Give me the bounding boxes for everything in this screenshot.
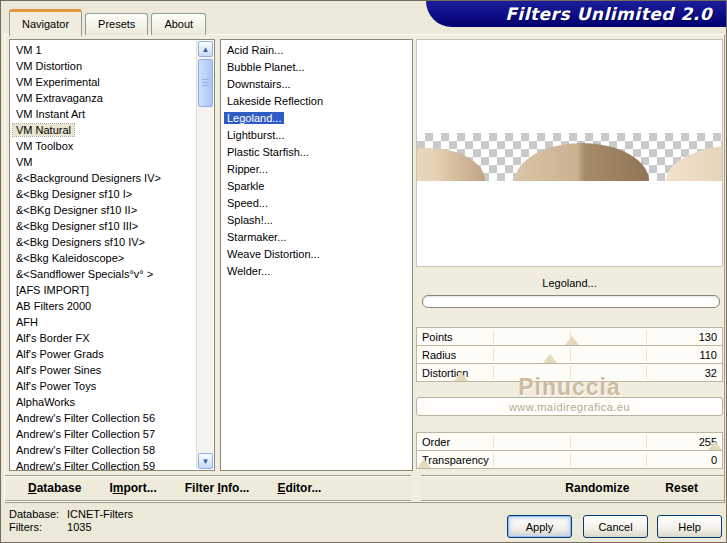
tab-presets[interactable]: Presets xyxy=(85,13,148,35)
list-item[interactable]: Andrew's Filter Collection 58 xyxy=(13,442,214,458)
slider-tick xyxy=(646,348,647,361)
database-label: Database: xyxy=(9,508,64,521)
slider-points[interactable]: Points130 xyxy=(417,328,722,346)
list-item[interactable]: AB Filters 2000 xyxy=(13,298,214,314)
list-item[interactable]: AlphaWorks xyxy=(13,394,214,410)
list-item[interactable]: [AFS IMPORT] xyxy=(13,282,214,298)
slider-tick xyxy=(570,453,571,466)
import-button[interactable]: Import... xyxy=(109,481,156,495)
slider-label: Order xyxy=(422,433,450,451)
list-item[interactable]: Speed... xyxy=(224,195,412,212)
slider-value: 110 xyxy=(699,346,717,364)
status-bar: Database: ICNET-Filters Filters: 1035 Ap… xyxy=(1,504,727,543)
toolbar-left: DatabaseImport...Filter Info...Editor... xyxy=(5,475,411,501)
list-item[interactable]: VM Instant Art xyxy=(13,106,214,122)
list-item[interactable]: Andrew's Filter Collection 57 xyxy=(13,426,214,442)
list-item[interactable]: VM Natural xyxy=(13,122,214,138)
list-item[interactable]: Downstairs... xyxy=(224,76,412,93)
list-item[interactable]: Weave Distortion... xyxy=(224,246,412,263)
slider-thumb-icon[interactable] xyxy=(417,459,431,468)
list-item[interactable]: VM Extravaganza xyxy=(13,90,214,106)
filters-label: Filters: xyxy=(9,521,64,534)
list-item[interactable]: VM Distortion xyxy=(13,58,214,74)
slider-label: Transparency xyxy=(422,451,489,469)
list-item[interactable]: &<BKg Designer sf10 II> xyxy=(13,202,214,218)
slider-tick xyxy=(493,330,494,343)
slider-tick xyxy=(493,348,494,361)
database-status: Database: ICNET-Filters Filters: 1035 xyxy=(9,508,133,534)
list-item[interactable]: &<Bkg Designer sf10 I> xyxy=(13,186,214,202)
reset-button[interactable]: Reset xyxy=(665,481,698,495)
list-item[interactable]: AFH xyxy=(13,314,214,330)
tab-navigator[interactable]: Navigator xyxy=(9,9,82,36)
scroll-up-icon[interactable]: ▲ xyxy=(198,41,213,57)
slider-radius[interactable]: Radius110 xyxy=(417,346,722,364)
dome-shape-left xyxy=(417,148,485,181)
selected-filter-caption: Legoland... xyxy=(416,273,723,294)
list-item[interactable]: &<Bkg Kaleidoscope> xyxy=(13,250,214,266)
navigator-page: ▲ ▼ VM 1VM DistortionVM ExperimentalVM E… xyxy=(4,34,725,503)
watermark-name: Pinuccia xyxy=(416,374,723,401)
filters-count: 1035 xyxy=(67,521,91,533)
scroll-down-icon[interactable]: ▼ xyxy=(198,453,213,469)
toolbar-right: Randomize Reset xyxy=(421,475,724,501)
preview-image xyxy=(416,39,723,267)
database-button[interactable]: Database xyxy=(28,481,81,495)
list-item[interactable]: VM xyxy=(13,154,214,170)
list-item[interactable]: Alf's Power Grads xyxy=(13,346,214,362)
randomize-button[interactable]: Randomize xyxy=(565,481,629,495)
list-item[interactable]: Ripper... xyxy=(224,161,412,178)
list-item[interactable]: &<Bkg Designer sf10 III> xyxy=(13,218,214,234)
list-item[interactable]: Bubble Planet... xyxy=(224,59,412,76)
list-item[interactable]: Andrew's Filter Collection 59 xyxy=(13,458,214,471)
slider-thumb-icon[interactable] xyxy=(543,354,557,363)
progress-bar xyxy=(422,295,720,308)
slider-transparency[interactable]: Transparency0 xyxy=(417,451,722,469)
cancel-button[interactable]: Cancel xyxy=(583,515,648,538)
app-title: Filters Unlimited 2.0 xyxy=(505,4,712,24)
filter-info-button[interactable]: Filter Info... xyxy=(185,481,250,495)
category-scrollbar[interactable]: ▲ ▼ xyxy=(196,41,213,469)
filters-unlimited-dialog: Filters Unlimited 2.0 Navigator Presets … xyxy=(0,0,727,543)
blend-parameter-sliders: Order255Transparency0 xyxy=(416,432,723,469)
list-item[interactable]: Acid Rain... xyxy=(224,42,412,59)
list-item[interactable]: Legoland... xyxy=(224,110,412,127)
slider-order[interactable]: Order255 xyxy=(417,433,722,451)
slider-tick xyxy=(493,435,494,448)
slider-tick xyxy=(570,348,571,361)
help-button[interactable]: Help xyxy=(657,515,722,538)
list-item[interactable]: VM Toolbox xyxy=(13,138,214,154)
slider-label: Points xyxy=(422,328,453,346)
slider-value: 0 xyxy=(711,451,717,469)
list-item[interactable]: Starmaker... xyxy=(224,229,412,246)
dome-shape-right xyxy=(666,145,722,181)
list-item[interactable]: Welder... xyxy=(224,263,412,280)
list-item[interactable]: Alf's Power Sines xyxy=(13,362,214,378)
tab-bar: Navigator Presets About xyxy=(9,9,209,35)
slider-thumb-icon[interactable] xyxy=(708,441,722,450)
list-item[interactable]: VM Experimental xyxy=(13,74,214,90)
slider-tick xyxy=(646,453,647,466)
list-item[interactable]: &<Background Designers IV> xyxy=(13,170,214,186)
apply-button[interactable]: Apply xyxy=(507,515,572,538)
slider-value: 130 xyxy=(699,328,717,346)
list-item[interactable]: &<Sandflower Specials°v° > xyxy=(13,266,214,282)
filter-list[interactable]: Acid Rain...Bubble Planet...Downstairs..… xyxy=(220,39,413,471)
tab-about[interactable]: About xyxy=(151,13,206,35)
title-banner: Filters Unlimited 2.0 xyxy=(426,1,726,27)
dome-shape-center xyxy=(515,143,649,181)
list-item[interactable]: Splash!... xyxy=(224,212,412,229)
list-item[interactable]: Sparkle xyxy=(224,178,412,195)
list-item[interactable]: Lakeside Reflection xyxy=(224,93,412,110)
list-item[interactable]: &<Bkg Designers sf10 IV> xyxy=(13,234,214,250)
list-item[interactable]: VM 1 xyxy=(13,42,214,58)
scrollbar-thumb[interactable] xyxy=(198,59,213,107)
list-item[interactable]: Alf's Power Toys xyxy=(13,378,214,394)
list-item[interactable]: Lightburst... xyxy=(224,127,412,144)
category-list[interactable]: ▲ ▼ VM 1VM DistortionVM ExperimentalVM E… xyxy=(9,39,215,471)
list-item[interactable]: Plastic Starfish... xyxy=(224,144,412,161)
slider-thumb-icon[interactable] xyxy=(565,336,579,345)
editor-button[interactable]: Editor... xyxy=(277,481,321,495)
list-item[interactable]: Alf's Border FX xyxy=(13,330,214,346)
list-item[interactable]: Andrew's Filter Collection 56 xyxy=(13,410,214,426)
